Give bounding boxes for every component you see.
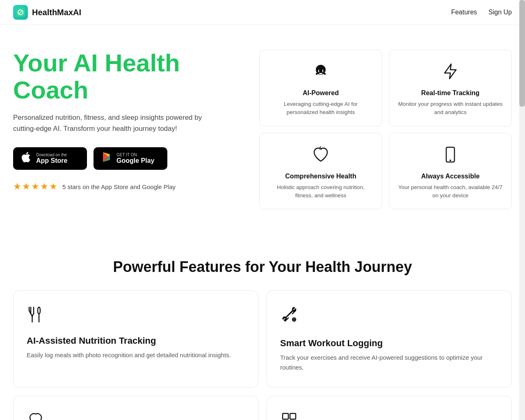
google-play-icon — [101, 151, 112, 166]
mini-feature-card-realtime: Real-time Tracking Monitor your progress… — [389, 50, 512, 126]
mini-feature-desc-0: Leveraging cutting-edge AI for personali… — [268, 100, 374, 117]
hero-left: Your AI HealthCoach Personalized nutriti… — [13, 50, 243, 192]
feature-card-partial-1 — [13, 396, 258, 420]
feature-title-0: AI-Assisted Nutrition Tracking — [27, 336, 245, 346]
page-scrollbar[interactable] — [519, 0, 525, 420]
mini-feature-title-1: Real-time Tracking — [421, 89, 479, 97]
mini-feature-card-ai-powered: AI-Powered Leveraging cutting-edge AI fo… — [259, 50, 382, 126]
partial-icon-1 — [27, 411, 245, 420]
features-grid: AI-Assisted Nutrition Tracking Easily lo… — [13, 290, 512, 420]
navbar: HealthMaxAI Features Sign Up — [0, 0, 525, 25]
svg-rect-14 — [283, 413, 288, 419]
google-play-button[interactable]: GET IT ON Google Play — [94, 147, 167, 170]
hero-feature-cards: AI-Powered Leveraging cutting-edge AI fo… — [259, 50, 512, 209]
rating-row: ★★★★★ 5 stars on the App Store and Googl… — [13, 181, 243, 192]
nav-links: Features Sign Up — [451, 9, 512, 16]
feature-card-partial-2 — [267, 396, 512, 420]
app-store-text: Download on the App Store — [36, 153, 67, 164]
mini-feature-title-2: Comprehensive Health — [285, 173, 356, 180]
app-store-big-text: App Store — [36, 157, 67, 164]
hero-buttons: Download on the App Store GET IT ON Goo — [13, 147, 243, 170]
google-play-text: GET IT ON Google Play — [116, 153, 154, 164]
svg-point-5 — [318, 68, 320, 70]
mini-feature-card-health: Comprehensive Health Holistic approach c… — [259, 133, 382, 210]
apple-icon — [21, 151, 32, 166]
google-play-small-text: GET IT ON — [116, 153, 154, 157]
wrench-icon — [280, 306, 498, 330]
feature-card-workout: Smart Workout Logging Track your exercis… — [267, 290, 512, 388]
mobile-icon — [441, 145, 460, 167]
svg-point-8 — [450, 160, 451, 161]
google-play-big-text: Google Play — [116, 157, 154, 164]
svg-point-6 — [322, 68, 323, 70]
feature-desc-0: Easily log meals with photo recognition … — [27, 350, 245, 360]
app-store-button[interactable]: Download on the App Store — [13, 147, 87, 170]
hero-section: Your AI HealthCoach Personalized nutriti… — [0, 25, 525, 226]
section-divider — [0, 226, 525, 250]
bolt-icon — [441, 62, 460, 84]
star-icons: ★★★★★ — [13, 181, 58, 192]
app-store-small-text: Download on the — [36, 153, 67, 157]
fork-knife-icon — [27, 306, 245, 327]
brand: HealthMaxAI — [13, 5, 81, 20]
mini-feature-desc-1: Monitor your progress with instant updat… — [397, 100, 503, 117]
features-section: Powerful Features for Your Health Journe… — [0, 250, 525, 420]
brain-icon — [311, 62, 331, 84]
svg-rect-15 — [290, 413, 296, 419]
apple-health-icon — [311, 145, 331, 167]
scrollbar-thumb[interactable] — [519, 0, 525, 107]
features-heading: Powerful Features for Your Health Journe… — [13, 258, 512, 276]
hero-subtext: Personalized nutrition, fitness, and sle… — [13, 112, 218, 134]
mini-feature-desc-2: Holistic approach covering nutrition, fi… — [268, 183, 374, 200]
nav-features[interactable]: Features — [451, 9, 477, 16]
mini-feature-desc-3: Your personal health coach, available 24… — [397, 183, 503, 200]
mini-feature-card-accessible: Always Accessible Your personal health c… — [389, 133, 512, 210]
partial-icon-2 — [280, 411, 498, 420]
hero-heading: Your AI HealthCoach — [13, 50, 243, 104]
nav-signup[interactable]: Sign Up — [488, 9, 512, 16]
rating-text: 5 stars on the App Store and Google Play — [62, 183, 176, 190]
brand-logo — [13, 5, 28, 20]
mini-feature-title-3: Always Accessible — [421, 173, 480, 180]
feature-card-nutrition: AI-Assisted Nutrition Tracking Easily lo… — [13, 290, 258, 388]
feature-desc-1: Track your exercises and receive AI-powe… — [280, 353, 498, 372]
mini-feature-title-0: AI-Powered — [303, 89, 339, 97]
brand-title: HealthMaxAI — [32, 8, 81, 17]
feature-title-1: Smart Workout Logging — [280, 338, 498, 349]
